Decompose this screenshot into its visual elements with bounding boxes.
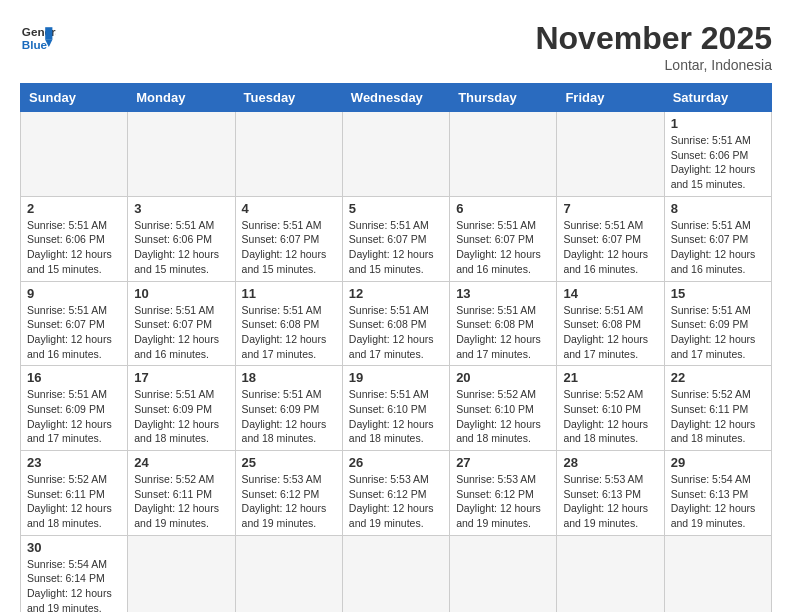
day-number: 11 bbox=[242, 286, 336, 301]
day-number: 17 bbox=[134, 370, 228, 385]
calendar-cell: 17Sunrise: 5:51 AM Sunset: 6:09 PM Dayli… bbox=[128, 366, 235, 451]
calendar-header-row: SundayMondayTuesdayWednesdayThursdayFrid… bbox=[21, 84, 772, 112]
calendar-week-row: 23Sunrise: 5:52 AM Sunset: 6:11 PM Dayli… bbox=[21, 451, 772, 536]
day-info: Sunrise: 5:53 AM Sunset: 6:12 PM Dayligh… bbox=[242, 472, 336, 531]
day-number: 7 bbox=[563, 201, 657, 216]
calendar-cell bbox=[235, 535, 342, 612]
day-number: 20 bbox=[456, 370, 550, 385]
calendar-cell bbox=[557, 535, 664, 612]
calendar-header-tuesday: Tuesday bbox=[235, 84, 342, 112]
day-info: Sunrise: 5:51 AM Sunset: 6:10 PM Dayligh… bbox=[349, 387, 443, 446]
day-info: Sunrise: 5:51 AM Sunset: 6:07 PM Dayligh… bbox=[563, 218, 657, 277]
day-info: Sunrise: 5:51 AM Sunset: 6:07 PM Dayligh… bbox=[349, 218, 443, 277]
month-title: November 2025 bbox=[535, 20, 772, 57]
day-number: 15 bbox=[671, 286, 765, 301]
calendar-header-saturday: Saturday bbox=[664, 84, 771, 112]
calendar-cell: 13Sunrise: 5:51 AM Sunset: 6:08 PM Dayli… bbox=[450, 281, 557, 366]
svg-marker-2 bbox=[45, 27, 52, 40]
calendar-cell bbox=[21, 112, 128, 197]
logo-icon: General Blue bbox=[20, 20, 56, 56]
calendar-header-friday: Friday bbox=[557, 84, 664, 112]
calendar-week-row: 16Sunrise: 5:51 AM Sunset: 6:09 PM Dayli… bbox=[21, 366, 772, 451]
calendar-cell: 6Sunrise: 5:51 AM Sunset: 6:07 PM Daylig… bbox=[450, 196, 557, 281]
calendar-header-sunday: Sunday bbox=[21, 84, 128, 112]
day-number: 25 bbox=[242, 455, 336, 470]
calendar-cell: 15Sunrise: 5:51 AM Sunset: 6:09 PM Dayli… bbox=[664, 281, 771, 366]
day-number: 1 bbox=[671, 116, 765, 131]
day-info: Sunrise: 5:52 AM Sunset: 6:10 PM Dayligh… bbox=[563, 387, 657, 446]
day-info: Sunrise: 5:51 AM Sunset: 6:07 PM Dayligh… bbox=[456, 218, 550, 277]
day-info: Sunrise: 5:53 AM Sunset: 6:13 PM Dayligh… bbox=[563, 472, 657, 531]
calendar-cell: 21Sunrise: 5:52 AM Sunset: 6:10 PM Dayli… bbox=[557, 366, 664, 451]
calendar-cell: 24Sunrise: 5:52 AM Sunset: 6:11 PM Dayli… bbox=[128, 451, 235, 536]
day-info: Sunrise: 5:51 AM Sunset: 6:09 PM Dayligh… bbox=[242, 387, 336, 446]
calendar-cell: 16Sunrise: 5:51 AM Sunset: 6:09 PM Dayli… bbox=[21, 366, 128, 451]
calendar-cell: 28Sunrise: 5:53 AM Sunset: 6:13 PM Dayli… bbox=[557, 451, 664, 536]
day-info: Sunrise: 5:54 AM Sunset: 6:14 PM Dayligh… bbox=[27, 557, 121, 612]
day-info: Sunrise: 5:51 AM Sunset: 6:08 PM Dayligh… bbox=[563, 303, 657, 362]
day-number: 4 bbox=[242, 201, 336, 216]
day-info: Sunrise: 5:51 AM Sunset: 6:07 PM Dayligh… bbox=[134, 303, 228, 362]
calendar-cell: 11Sunrise: 5:51 AM Sunset: 6:08 PM Dayli… bbox=[235, 281, 342, 366]
calendar-cell: 25Sunrise: 5:53 AM Sunset: 6:12 PM Dayli… bbox=[235, 451, 342, 536]
day-info: Sunrise: 5:51 AM Sunset: 6:06 PM Dayligh… bbox=[134, 218, 228, 277]
calendar-cell: 12Sunrise: 5:51 AM Sunset: 6:08 PM Dayli… bbox=[342, 281, 449, 366]
calendar-week-row: 2Sunrise: 5:51 AM Sunset: 6:06 PM Daylig… bbox=[21, 196, 772, 281]
logo: General Blue bbox=[20, 20, 56, 56]
calendar-cell: 8Sunrise: 5:51 AM Sunset: 6:07 PM Daylig… bbox=[664, 196, 771, 281]
day-info: Sunrise: 5:51 AM Sunset: 6:07 PM Dayligh… bbox=[242, 218, 336, 277]
calendar-cell bbox=[342, 535, 449, 612]
day-info: Sunrise: 5:51 AM Sunset: 6:06 PM Dayligh… bbox=[671, 133, 765, 192]
day-number: 21 bbox=[563, 370, 657, 385]
day-number: 23 bbox=[27, 455, 121, 470]
day-info: Sunrise: 5:51 AM Sunset: 6:07 PM Dayligh… bbox=[671, 218, 765, 277]
day-number: 3 bbox=[134, 201, 228, 216]
calendar-cell: 9Sunrise: 5:51 AM Sunset: 6:07 PM Daylig… bbox=[21, 281, 128, 366]
day-info: Sunrise: 5:51 AM Sunset: 6:08 PM Dayligh… bbox=[456, 303, 550, 362]
day-info: Sunrise: 5:51 AM Sunset: 6:06 PM Dayligh… bbox=[27, 218, 121, 277]
day-number: 6 bbox=[456, 201, 550, 216]
day-info: Sunrise: 5:52 AM Sunset: 6:11 PM Dayligh… bbox=[27, 472, 121, 531]
calendar-cell: 5Sunrise: 5:51 AM Sunset: 6:07 PM Daylig… bbox=[342, 196, 449, 281]
day-number: 13 bbox=[456, 286, 550, 301]
calendar-cell: 18Sunrise: 5:51 AM Sunset: 6:09 PM Dayli… bbox=[235, 366, 342, 451]
location-subtitle: Lontar, Indonesia bbox=[535, 57, 772, 73]
calendar-cell: 22Sunrise: 5:52 AM Sunset: 6:11 PM Dayli… bbox=[664, 366, 771, 451]
calendar-cell: 3Sunrise: 5:51 AM Sunset: 6:06 PM Daylig… bbox=[128, 196, 235, 281]
day-number: 26 bbox=[349, 455, 443, 470]
day-info: Sunrise: 5:51 AM Sunset: 6:08 PM Dayligh… bbox=[242, 303, 336, 362]
day-number: 28 bbox=[563, 455, 657, 470]
calendar-cell bbox=[450, 112, 557, 197]
day-info: Sunrise: 5:51 AM Sunset: 6:08 PM Dayligh… bbox=[349, 303, 443, 362]
calendar-cell bbox=[128, 535, 235, 612]
calendar-cell: 7Sunrise: 5:51 AM Sunset: 6:07 PM Daylig… bbox=[557, 196, 664, 281]
day-info: Sunrise: 5:54 AM Sunset: 6:13 PM Dayligh… bbox=[671, 472, 765, 531]
calendar-cell bbox=[128, 112, 235, 197]
day-number: 29 bbox=[671, 455, 765, 470]
calendar-cell: 1Sunrise: 5:51 AM Sunset: 6:06 PM Daylig… bbox=[664, 112, 771, 197]
day-number: 8 bbox=[671, 201, 765, 216]
svg-text:Blue: Blue bbox=[22, 38, 48, 51]
header: General Blue November 2025 Lontar, Indon… bbox=[20, 20, 772, 73]
day-number: 19 bbox=[349, 370, 443, 385]
day-info: Sunrise: 5:52 AM Sunset: 6:11 PM Dayligh… bbox=[134, 472, 228, 531]
day-number: 24 bbox=[134, 455, 228, 470]
day-number: 9 bbox=[27, 286, 121, 301]
day-number: 18 bbox=[242, 370, 336, 385]
calendar-cell bbox=[664, 535, 771, 612]
calendar: SundayMondayTuesdayWednesdayThursdayFrid… bbox=[20, 83, 772, 612]
calendar-week-row: 30Sunrise: 5:54 AM Sunset: 6:14 PM Dayli… bbox=[21, 535, 772, 612]
day-info: Sunrise: 5:51 AM Sunset: 6:09 PM Dayligh… bbox=[27, 387, 121, 446]
day-info: Sunrise: 5:53 AM Sunset: 6:12 PM Dayligh… bbox=[456, 472, 550, 531]
calendar-week-row: 1Sunrise: 5:51 AM Sunset: 6:06 PM Daylig… bbox=[21, 112, 772, 197]
calendar-cell: 19Sunrise: 5:51 AM Sunset: 6:10 PM Dayli… bbox=[342, 366, 449, 451]
calendar-cell bbox=[235, 112, 342, 197]
calendar-cell: 2Sunrise: 5:51 AM Sunset: 6:06 PM Daylig… bbox=[21, 196, 128, 281]
calendar-header-monday: Monday bbox=[128, 84, 235, 112]
day-number: 30 bbox=[27, 540, 121, 555]
day-number: 10 bbox=[134, 286, 228, 301]
calendar-cell: 10Sunrise: 5:51 AM Sunset: 6:07 PM Dayli… bbox=[128, 281, 235, 366]
calendar-cell: 23Sunrise: 5:52 AM Sunset: 6:11 PM Dayli… bbox=[21, 451, 128, 536]
calendar-cell: 20Sunrise: 5:52 AM Sunset: 6:10 PM Dayli… bbox=[450, 366, 557, 451]
day-number: 27 bbox=[456, 455, 550, 470]
